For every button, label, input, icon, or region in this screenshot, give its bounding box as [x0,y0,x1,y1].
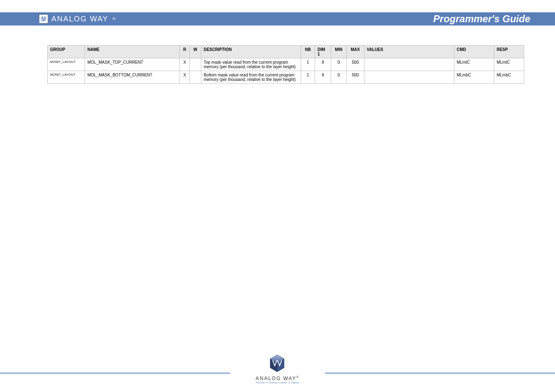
cell-resp: MLmtC [494,58,524,71]
cell-max: 500 [346,58,364,71]
th-group: GROUP [48,46,85,58]
footer-logo: ANALOG WAY® Pioneer in Analog, Leader in… [256,351,299,384]
table-row: MONIT_LAYOUT MOL_MASK_TOP_CURRENT X Top … [48,58,524,71]
cell-nb: 1 [301,71,315,84]
cell-w [190,58,201,71]
cell-max: 500 [346,71,364,84]
cell-resp: MLmbC [494,71,524,84]
cell-min: 0 [331,58,346,71]
command-table: GROUP NAME R W DESCRIPTION NB DIM 1 MIN … [47,45,524,84]
cell-dim1: 8 [315,71,331,84]
logo-registered: ® [113,17,115,21]
footer-rule-left [0,373,230,374]
th-cmd: CMD [454,46,494,58]
cell-desc: Top mask value read from the current pro… [201,58,301,71]
table-row: MONIT_LAYOUT MOL_MASK_BOTTOM_CURRENT X B… [48,71,524,84]
footer: ANALOG WAY® Pioneer in Analog, Leader in… [0,334,555,392]
th-dim1: DIM 1 [315,46,331,58]
header-bar: ANALOG WAY ® Programmer's Guide [0,12,555,25]
page-title: Programmer's Guide [433,13,530,25]
th-resp: RESP [494,46,524,58]
cell-name: MOL_MASK_BOTTOM_CURRENT [85,71,180,84]
header-logo: ANALOG WAY ® [39,14,115,23]
th-w: W [190,46,201,58]
cell-cmd: MLmtC [454,58,494,71]
cell-group: MONIT_LAYOUT [48,58,85,71]
cell-w [190,71,201,84]
cell-r: X [180,58,190,71]
cell-min: 0 [331,71,346,84]
th-max: MAX [346,46,364,58]
cell-values [364,58,454,71]
cell-values [364,71,454,84]
cell-r: X [180,71,190,84]
th-name: NAME [85,46,180,58]
cell-desc: Bottom mask value read from the current … [201,71,301,84]
th-values: VALUES [364,46,454,58]
th-min: MIN [331,46,346,58]
footer-rule-right [325,373,555,374]
footer-brand-reg: ® [297,376,299,378]
th-r: R [180,46,190,58]
table-header-row: GROUP NAME R W DESCRIPTION NB DIM 1 MIN … [48,46,524,58]
th-nb: NB [301,46,315,58]
cell-dim1: 8 [315,58,331,71]
th-desc: DESCRIPTION [201,46,301,58]
cell-nb: 1 [301,58,315,71]
footer-tagline: Pioneer in Analog, Leader in Digital [256,381,299,384]
footer-brand: ANALOG WAY® [256,376,299,381]
logo-text: ANALOG WAY [51,15,108,23]
logo-mark-icon [39,14,48,23]
cell-cmd: MLmbC [454,71,494,84]
cell-group: MONIT_LAYOUT [48,71,85,84]
cell-name: MOL_MASK_TOP_CURRENT [85,58,180,71]
footer-brand-text: ANALOG WAY [256,376,296,381]
cube-icon [266,351,289,374]
